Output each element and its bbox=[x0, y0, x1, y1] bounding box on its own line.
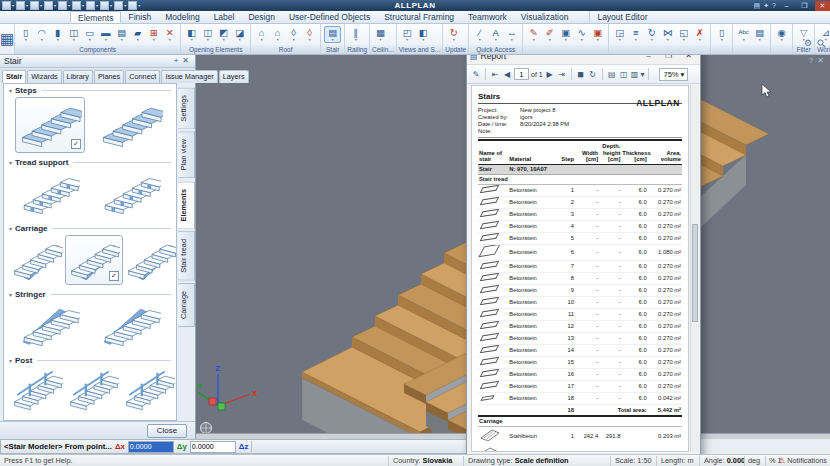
text-icon[interactable]: A▾ bbox=[488, 27, 503, 42]
paste-icon[interactable]: ▾ bbox=[100, 1, 112, 10]
undo-icon[interactable]: ▾ bbox=[58, 1, 70, 10]
palette-tab-planes[interactable]: Planes bbox=[94, 70, 124, 83]
status-angle[interactable]: Angle: 0.000 bbox=[704, 456, 745, 466]
export-icon[interactable]: ▥ ▾ bbox=[631, 70, 645, 79]
new-document-icon[interactable]: ▾ bbox=[16, 1, 28, 10]
section-icon[interactable]: ◧▾ bbox=[416, 27, 431, 42]
update-3d-icon[interactable]: ↻▾ bbox=[446, 27, 461, 42]
gap-icon[interactable]: ▯▾ bbox=[714, 27, 729, 42]
roof-surface-icon[interactable]: ⌂▾ bbox=[270, 27, 285, 42]
side-tab-plan-view[interactable]: Plan view bbox=[178, 131, 195, 178]
tread-support-1-thumbnail[interactable] bbox=[18, 169, 82, 219]
help-icon[interactable]: ? bbox=[772, 2, 776, 9]
chimney-icon[interactable]: ◫▾ bbox=[66, 27, 81, 42]
status-drawing-type[interactable]: Drawing type: Scale definition bbox=[468, 456, 569, 466]
post-1-thumbnail[interactable] bbox=[9, 367, 65, 415]
ribbon-tab-user-defined-objects[interactable]: User-Defined Objects bbox=[282, 11, 377, 23]
legend-icon[interactable]: ▤▾ bbox=[752, 27, 767, 42]
carriage-center-thumbnail[interactable]: ✓ bbox=[65, 235, 123, 285]
section-header[interactable]: ▾Post bbox=[9, 356, 171, 365]
pin-icon[interactable]: + bbox=[172, 56, 181, 65]
modify-points-icon[interactable]: ✎▾ bbox=[526, 27, 541, 42]
side-tab-elements[interactable]: Elements bbox=[178, 181, 195, 229]
side-tab-stair-tread[interactable]: Stair tread bbox=[178, 231, 195, 281]
first-page-icon[interactable]: ⇤ bbox=[490, 70, 500, 79]
delete-icon[interactable]: ✗▾ bbox=[692, 27, 707, 42]
redo-icon[interactable]: ▾ bbox=[72, 1, 84, 10]
notifications-button[interactable]: ⚠ Notifications bbox=[778, 456, 827, 466]
palette-tab-library[interactable]: Library bbox=[63, 70, 93, 83]
skylight-icon[interactable]: ◊▾ bbox=[302, 27, 317, 42]
report-scrollbar-thumb[interactable] bbox=[692, 224, 698, 321]
slab-foundation-icon[interactable]: ▬▾ bbox=[98, 27, 113, 42]
ribbon-tab-teamwork[interactable]: Teamwork bbox=[461, 11, 514, 23]
repeat-icon[interactable]: ▾ bbox=[128, 1, 140, 10]
search-icon[interactable] bbox=[817, 39, 826, 48]
delta-x-input[interactable] bbox=[128, 441, 174, 453]
ribbon-tab-elements[interactable]: Elements bbox=[70, 11, 121, 23]
palette-tab-layers[interactable]: Layers bbox=[219, 70, 249, 83]
print-icon[interactable]: ▤ bbox=[607, 70, 617, 79]
mirror-icon[interactable]: ⋈▾ bbox=[660, 27, 675, 42]
ribbon-tab-visualization[interactable]: Visualization bbox=[514, 11, 576, 23]
demolish-icon[interactable]: ✕▾ bbox=[162, 27, 177, 42]
refresh-icon[interactable]: ↻ bbox=[588, 70, 598, 79]
railing-icon[interactable]: ∥▾ bbox=[348, 27, 363, 42]
viewport-close-icon[interactable]: ✕ bbox=[817, 56, 824, 65]
offset-elements-icon[interactable]: ≡▾ bbox=[628, 27, 643, 42]
resize-icon[interactable]: ◱▾ bbox=[676, 27, 691, 42]
wall-icon[interactable]: ▯▾ bbox=[18, 27, 33, 42]
minimize-button[interactable]: – bbox=[779, 1, 794, 11]
shop-icon[interactable]: ✦ bbox=[763, 2, 769, 10]
column-icon[interactable]: ▮▾ bbox=[50, 27, 65, 42]
line-icon[interactable]: ∕▾ bbox=[472, 27, 487, 42]
window-opening-icon[interactable]: ◫▾ bbox=[200, 27, 215, 42]
recess-icon[interactable]: ◪▾ bbox=[232, 27, 247, 42]
edit-icon[interactable]: ✎ bbox=[471, 70, 481, 79]
side-tab-carriage[interactable]: Carriage bbox=[178, 283, 195, 327]
copy-drawing-icon[interactable]: ▣▾ bbox=[558, 27, 573, 42]
close-button[interactable]: ✕ bbox=[815, 1, 830, 11]
stair-modeler-icon[interactable]: ▤▾ bbox=[324, 26, 341, 43]
ribbon-tab-modeling[interactable]: Modeling bbox=[158, 11, 207, 23]
open-project-icon[interactable]: ▾ bbox=[30, 1, 42, 10]
post-3-thumbnail[interactable] bbox=[121, 367, 177, 415]
restore-button[interactable]: ❐ bbox=[797, 1, 812, 11]
report-scrollbar[interactable] bbox=[690, 85, 699, 452]
stretch-entities-icon[interactable]: ◲▾ bbox=[612, 27, 627, 42]
post-2-thumbnail[interactable] bbox=[65, 367, 121, 415]
join-elements-icon[interactable]: ⊞▾ bbox=[146, 27, 161, 42]
carriage-right-thumbnail[interactable] bbox=[123, 236, 177, 284]
upstand-icon[interactable]: ▤▾ bbox=[114, 27, 129, 42]
view-icon[interactable]: ◰▾ bbox=[400, 27, 415, 42]
page-setup-icon[interactable]: ◫ bbox=[619, 70, 629, 79]
ribbon-tab-structural-framing[interactable]: Structural Framing bbox=[377, 11, 461, 23]
next-page-icon[interactable]: ▶ bbox=[545, 70, 555, 79]
label-abc-icon[interactable]: Abc▾ bbox=[736, 27, 751, 42]
project-cabinet-icon[interactable]: ▦ bbox=[0, 24, 15, 54]
ribbon-tab-label[interactable]: Label bbox=[207, 11, 242, 23]
steps-solid-thumbnail[interactable]: ✓ bbox=[15, 97, 85, 153]
status-length[interactable]: Length: m bbox=[661, 456, 693, 466]
last-page-icon[interactable]: ⇥ bbox=[557, 70, 567, 79]
section-header[interactable]: ▾Steps bbox=[9, 86, 171, 95]
close-palette-button[interactable]: Close bbox=[147, 424, 187, 438]
door-opening-icon[interactable]: ◧▾ bbox=[184, 27, 199, 42]
section-header[interactable]: ▾Stringer bbox=[9, 290, 171, 299]
page-number-input[interactable] bbox=[514, 68, 529, 80]
selected-checkbox[interactable]: ✓ bbox=[109, 271, 119, 281]
prev-page-icon[interactable]: ◀ bbox=[502, 70, 512, 79]
dimension-icon[interactable]: ↔▾ bbox=[504, 27, 519, 42]
allplan-menu-icon[interactable]: ▾ bbox=[2, 1, 14, 10]
curved-wall-icon[interactable]: ◠▾ bbox=[34, 27, 49, 42]
selected-checkbox[interactable]: ✓ bbox=[71, 139, 81, 149]
print-icon[interactable]: ▾ bbox=[114, 1, 126, 10]
ribbon-tab-layout-editor[interactable]: Layout Editor bbox=[589, 11, 654, 23]
zoom-level-select[interactable]: 75% ▾ bbox=[659, 68, 688, 81]
stringer-left-thumbnail[interactable] bbox=[18, 301, 82, 351]
palette-tab-connect[interactable]: Connect bbox=[125, 70, 160, 83]
stop-icon[interactable]: ◼ bbox=[576, 70, 586, 79]
corner-window-icon[interactable]: ◩▾ bbox=[216, 27, 231, 42]
palette-close-icon[interactable]: ✕ bbox=[180, 56, 191, 65]
tread-support-2-thumbnail[interactable] bbox=[99, 169, 163, 219]
